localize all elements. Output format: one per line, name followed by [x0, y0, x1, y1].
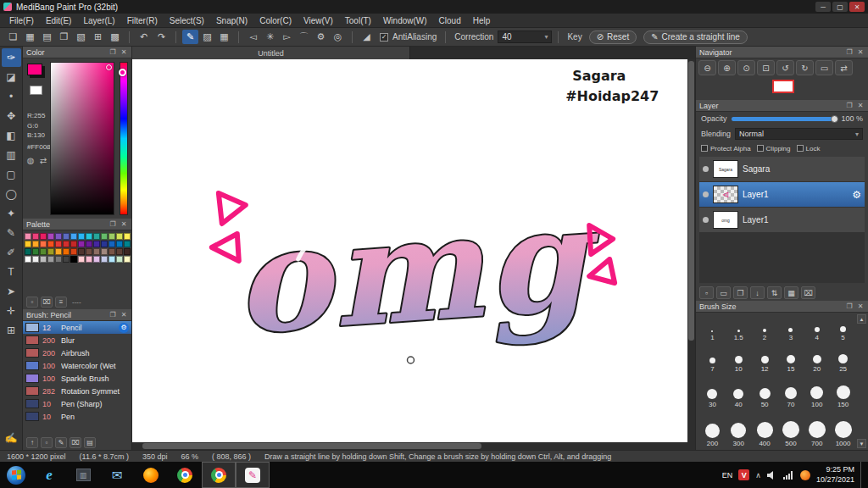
flip-icon[interactable]: ⇄	[835, 60, 853, 75]
opacity-knob[interactable]	[831, 115, 838, 123]
add-folder-icon[interactable]: ▭	[716, 286, 731, 299]
hand-tool[interactable]: ✍	[2, 429, 21, 447]
close-icon[interactable]: ✕	[120, 220, 128, 228]
palette-swatch[interactable]	[78, 256, 85, 263]
palette-swatch[interactable]	[86, 241, 92, 247]
select-tool[interactable]: ▢	[2, 165, 21, 184]
select-pen-tool[interactable]: ✎	[2, 224, 21, 242]
move-tool[interactable]: ✥	[2, 107, 21, 125]
brush-size-option[interactable]: 30	[699, 374, 726, 409]
lock-checkbox[interactable]: Lock	[797, 145, 821, 152]
snap-settings-icon[interactable]: ⚙	[313, 30, 329, 44]
layer-settings-icon[interactable]: ⚙	[852, 189, 861, 201]
palette-swatch[interactable]	[116, 233, 123, 240]
popout-icon[interactable]: ❐	[845, 48, 854, 56]
palette-swatch[interactable]	[40, 241, 47, 247]
antialiasing-checkbox[interactable]: ✓	[380, 33, 388, 42]
menu-item-1[interactable]: File(F)	[3, 14, 40, 27]
snap-curve-icon[interactable]: ⌒	[296, 30, 312, 44]
scrollbar-thumb[interactable]	[142, 443, 481, 449]
menu-item-5[interactable]: Select(S)	[164, 14, 210, 27]
brush-mode-icon[interactable]: ✎	[182, 30, 198, 44]
brush-size-option[interactable]: 200	[699, 409, 726, 448]
layer-visibility-dot[interactable]	[703, 166, 709, 172]
taskbar-firefox[interactable]	[134, 462, 168, 488]
brush-size-option[interactable]: 1000	[830, 409, 856, 448]
zoom-fit-icon[interactable]: ⊡	[757, 60, 775, 75]
brush-size-option[interactable]: 700	[804, 409, 830, 448]
cloud-save-icon[interactable]: ▤	[39, 30, 55, 44]
palette-swatch[interactable]	[55, 256, 62, 263]
brush-folder-icon[interactable]: ▤	[84, 437, 96, 448]
palette-swatch[interactable]	[70, 233, 77, 240]
palette-swatch[interactable]	[63, 248, 70, 255]
brush-size-option[interactable]: 150	[830, 374, 856, 409]
palette-swatch[interactable]	[108, 248, 115, 255]
palette-swatch[interactable]	[86, 248, 92, 255]
palette-swatch[interactable]	[93, 233, 100, 240]
palette-swatch[interactable]	[86, 256, 92, 263]
maximize-button[interactable]: ▢	[832, 2, 848, 12]
brush-size-option[interactable]: 100	[804, 374, 830, 409]
palette-swatch[interactable]	[78, 233, 85, 240]
taskbar-file-explorer[interactable]: ▥	[66, 462, 100, 488]
close-icon[interactable]: ✕	[120, 311, 128, 319]
brush-item[interactable]: 10Pen	[23, 410, 131, 423]
protect-alpha-checkbox[interactable]: Protect Alpha	[701, 145, 751, 152]
brush-size-option[interactable]: 300	[726, 409, 752, 448]
language-indicator[interactable]: EN	[722, 471, 733, 480]
hue-marker[interactable]	[119, 69, 126, 76]
snap-focus-icon[interactable]: ◎	[330, 30, 346, 44]
palette-swatch[interactable]	[63, 233, 70, 240]
minimize-button[interactable]: ─	[815, 2, 831, 12]
palette-swatch[interactable]	[25, 233, 31, 240]
brush-tool[interactable]: ✑	[2, 48, 21, 67]
close-icon[interactable]: ✕	[120, 48, 128, 56]
hidden-icons-chevron[interactable]: ∧	[755, 471, 761, 480]
taskbar-mail[interactable]: ✉	[100, 462, 134, 488]
menu-item-3[interactable]: Layer(L)	[77, 14, 120, 27]
unikey-icon[interactable]: V	[738, 469, 749, 480]
gradient-tone-icon[interactable]: ▨	[199, 30, 215, 44]
palette-swatch[interactable]	[101, 256, 108, 263]
brush-item[interactable]: 200Blur	[23, 334, 131, 347]
palette-swatch[interactable]	[55, 233, 62, 240]
scroll-up-icon[interactable]: ▲	[857, 314, 866, 324]
brush-size-option[interactable]: 1.5	[726, 314, 752, 342]
snap-vanishing-icon[interactable]: ▻	[279, 30, 295, 44]
brush-size-option[interactable]: 50	[752, 374, 778, 409]
palette-swatch[interactable]	[70, 241, 77, 247]
foreground-swatch[interactable]	[27, 64, 42, 75]
merge-down-icon[interactable]: ↓	[750, 286, 765, 299]
select-eraser-tool[interactable]: ✐	[2, 243, 21, 262]
menu-item-9[interactable]: Tool(T)	[339, 14, 377, 27]
show-desktop-button[interactable]	[860, 462, 865, 488]
menu-item-7[interactable]: Color(C)	[253, 14, 298, 27]
paste-icon[interactable]: ▧	[73, 30, 89, 44]
navigator-preview[interactable]	[696, 77, 868, 100]
brush-item[interactable]: 12Pencil⚙	[23, 321, 131, 334]
magic-wand-tool[interactable]: ✦	[2, 204, 21, 223]
rotate-left-icon[interactable]: ↺	[776, 60, 794, 75]
palette-swatch[interactable]	[93, 241, 100, 247]
close-button[interactable]: ✕	[849, 2, 865, 12]
menu-item-11[interactable]: Cloud	[433, 14, 467, 27]
palette-swatch[interactable]	[108, 241, 115, 247]
brush-size-option[interactable]: 500	[778, 409, 804, 448]
firefox-tray-icon[interactable]	[800, 470, 810, 480]
brush-size-option[interactable]: 1	[699, 314, 726, 342]
taskbar-internet-explorer[interactable]: e	[32, 462, 66, 488]
menu-item-2[interactable]: Edit(E)	[40, 14, 78, 27]
lasso-tool[interactable]: ◯	[2, 185, 21, 203]
palette-swatch[interactable]	[124, 256, 131, 263]
zoom-reset-icon[interactable]: ⊙	[737, 60, 755, 75]
brush-size-option[interactable]: 70	[778, 374, 804, 409]
palette-swatch[interactable]	[32, 248, 39, 255]
brush-item[interactable]: 200Airbrush	[23, 347, 131, 359]
copy-icon[interactable]: ❐	[56, 30, 72, 44]
swatch-list-icon[interactable]: ≡	[55, 297, 67, 308]
popout-icon[interactable]: ❐	[108, 48, 117, 56]
palette-swatch[interactable]	[93, 248, 100, 255]
main-canvas[interactable]: Sagara #Hoidap247 omg	[132, 59, 687, 442]
palette-swatch[interactable]	[116, 256, 123, 263]
